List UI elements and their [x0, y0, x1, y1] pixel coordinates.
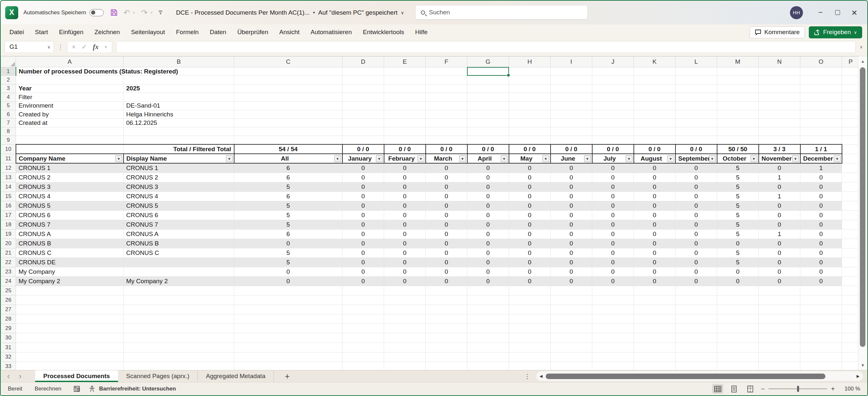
cell-L31[interactable]: [676, 343, 717, 352]
cell-A20[interactable]: CRONUS B: [16, 239, 124, 248]
cell-B17[interactable]: CRONUS 6: [124, 210, 234, 220]
cell-I27[interactable]: [551, 305, 592, 315]
cell-H5[interactable]: [509, 101, 551, 110]
cell-O4[interactable]: [800, 93, 842, 101]
cell-L30[interactable]: [676, 333, 717, 343]
cell-F3[interactable]: [426, 84, 467, 93]
cell-F19[interactable]: 0: [426, 229, 467, 239]
cell-A26[interactable]: [16, 296, 124, 305]
cell-I13[interactable]: 0: [551, 173, 592, 182]
cell-F5[interactable]: [426, 101, 467, 110]
cell-G26[interactable]: [467, 296, 509, 305]
cell-C13[interactable]: 6: [234, 173, 342, 182]
filter-button-icon[interactable]: ▾: [542, 155, 549, 162]
cell-G10[interactable]: 0 / 0: [467, 144, 509, 154]
cell-B5[interactable]: DE-Sand-01: [124, 101, 234, 110]
save-icon[interactable]: [110, 9, 118, 16]
cell-I31[interactable]: [551, 343, 592, 352]
column-header-A[interactable]: A: [16, 57, 124, 67]
cell-N3[interactable]: [759, 84, 800, 93]
column-header-E[interactable]: E: [384, 57, 426, 67]
title-chevron-icon[interactable]: ∨: [401, 10, 404, 15]
cell-A31[interactable]: [16, 343, 124, 352]
cell-F29[interactable]: [426, 324, 467, 333]
cell-G2[interactable]: [467, 76, 509, 84]
cell-P21[interactable]: [842, 249, 860, 258]
cell-K13[interactable]: 0: [634, 173, 676, 182]
cell-C31[interactable]: [234, 343, 342, 352]
cell-C10[interactable]: 54 / 54: [234, 144, 342, 154]
cell-I19[interactable]: 0: [551, 229, 592, 239]
cell-E33[interactable]: [384, 362, 426, 370]
cell-C8[interactable]: [234, 127, 342, 136]
cell-B15[interactable]: CRONUS 4: [124, 192, 234, 201]
cell-C12[interactable]: 6: [234, 163, 342, 173]
cell-I6[interactable]: [551, 110, 592, 118]
cell-P16[interactable]: [842, 201, 860, 210]
cell-H1[interactable]: [509, 67, 551, 76]
cell-M14[interactable]: 5: [717, 182, 759, 192]
cell-D28[interactable]: [342, 315, 384, 324]
filter-button-icon[interactable]: ▾: [834, 155, 841, 162]
cell-D15[interactable]: 0: [342, 192, 384, 201]
cell-E18[interactable]: 0: [384, 220, 426, 229]
cell-L8[interactable]: [676, 127, 717, 136]
column-header-P[interactable]: P: [842, 57, 860, 67]
cell-G7[interactable]: [467, 119, 509, 127]
cell-P20[interactable]: [842, 239, 860, 248]
cell-G13[interactable]: 0: [467, 173, 509, 182]
cell-P7[interactable]: [842, 119, 860, 127]
cell-O30[interactable]: [800, 333, 842, 343]
cell-K25[interactable]: [634, 286, 676, 296]
cell-P2[interactable]: [842, 76, 860, 84]
cell-C3[interactable]: [234, 84, 342, 93]
cell-I12[interactable]: 0: [551, 163, 592, 173]
cell-L24[interactable]: 0: [676, 277, 717, 286]
cell-K14[interactable]: 0: [634, 182, 676, 192]
cell-O22[interactable]: 0: [800, 258, 842, 267]
cell-I3[interactable]: [551, 84, 592, 93]
cell-D29[interactable]: [342, 324, 384, 333]
cell-H32[interactable]: [509, 352, 551, 362]
cell-D17[interactable]: 0: [342, 210, 384, 220]
cell-J8[interactable]: [592, 127, 634, 136]
row-header-7[interactable]: 7: [1, 119, 16, 127]
zoom-in-icon[interactable]: +: [831, 385, 835, 393]
cell-J26[interactable]: [592, 296, 634, 305]
cell-J5[interactable]: [592, 101, 634, 110]
cell-K5[interactable]: [634, 101, 676, 110]
filter-button-icon[interactable]: ▾: [792, 155, 799, 162]
cell-E8[interactable]: [384, 127, 426, 136]
cell-C11[interactable]: All▾: [234, 154, 342, 163]
row-header-12[interactable]: 12: [1, 163, 16, 173]
minimize-button[interactable]: −: [812, 5, 829, 20]
cell-E32[interactable]: [384, 352, 426, 362]
cell-O11[interactable]: December▾: [800, 154, 842, 163]
cell-L16[interactable]: 0: [676, 201, 717, 210]
cell-M11[interactable]: October▾: [717, 154, 759, 163]
cell-I15[interactable]: 0: [551, 192, 592, 201]
cell-D18[interactable]: 0: [342, 220, 384, 229]
cell-M10[interactable]: 50 / 50: [717, 144, 759, 154]
undo-caret-icon[interactable]: ∨: [133, 10, 135, 14]
cell-A22[interactable]: CRONUS DE: [16, 258, 124, 267]
cell-P27[interactable]: [842, 305, 860, 315]
cell-G9[interactable]: [467, 136, 509, 144]
cell-J14[interactable]: 0: [592, 182, 634, 192]
row-header-3[interactable]: 3: [1, 84, 16, 93]
cell-G30[interactable]: [467, 333, 509, 343]
cell-C29[interactable]: [234, 324, 342, 333]
cell-I20[interactable]: 0: [551, 239, 592, 248]
cell-L1[interactable]: [676, 67, 717, 76]
cell-A2[interactable]: [16, 76, 124, 84]
row-header-11[interactable]: 11: [1, 154, 16, 163]
share-button[interactable]: Freigeben ∨: [809, 26, 862, 38]
cell-A6[interactable]: Created by: [16, 110, 124, 118]
cell-J7[interactable]: [592, 119, 634, 127]
row-header-22[interactable]: 22: [1, 258, 16, 267]
cell-E13[interactable]: 0: [384, 173, 426, 182]
cell-P8[interactable]: [842, 127, 860, 136]
close-button[interactable]: ×: [846, 5, 863, 20]
cell-P9[interactable]: [842, 136, 860, 144]
filter-button-icon[interactable]: ▾: [226, 155, 233, 162]
